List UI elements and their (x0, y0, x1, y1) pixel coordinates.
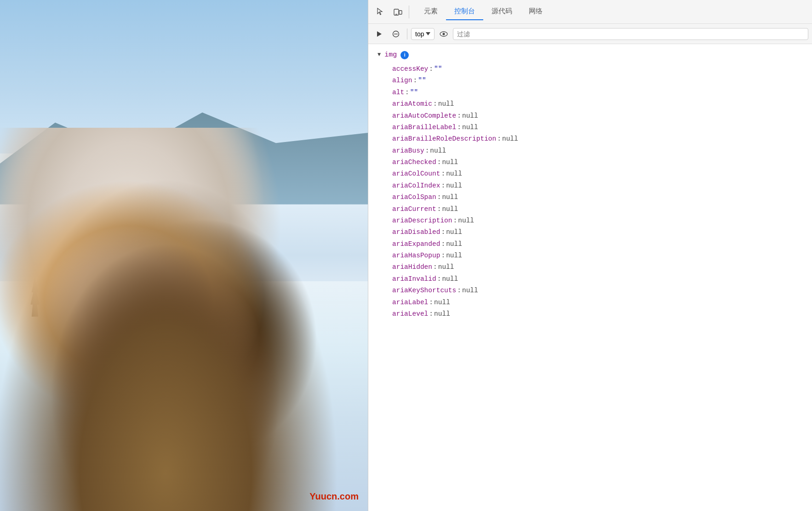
svg-marker-3 (377, 31, 382, 37)
prop-row: ariaChecked: null (392, 157, 803, 168)
prop-value: null (446, 168, 462, 180)
prop-row: ariaAutoComplete: null (392, 110, 803, 122)
prop-value: null (430, 145, 446, 157)
prop-row: ariaColCount: null (392, 168, 803, 180)
figure-overlay (0, 128, 368, 511)
prop-row: ariaHidden: null (392, 261, 803, 273)
prop-key: ariaBusy (392, 145, 424, 157)
prop-key: ariaBrailleRoleDescription (392, 133, 496, 145)
devtools-top-toolbar: 元素 控制台 源代码 网络 (368, 0, 812, 24)
prop-value: null (446, 180, 462, 192)
device-toolbar-icon-btn[interactable] (389, 4, 406, 20)
console-output: ▼ img i accessKey: ""align: ""alt: ""ari… (368, 44, 812, 511)
prop-row: ariaInvalid: null (392, 273, 803, 285)
tab-sources[interactable]: 源代码 (483, 3, 520, 20)
svg-rect-1 (399, 11, 402, 14)
prop-key: ariaLabel (392, 297, 428, 308)
prop-value: "" (410, 87, 418, 98)
prop-key: ariaDisabled (392, 227, 440, 238)
filter-input[interactable] (453, 28, 808, 40)
info-badge[interactable]: i (400, 51, 409, 59)
clear-console-icon-btn[interactable] (389, 27, 403, 41)
prop-value: null (438, 98, 454, 110)
cursor-icon-btn[interactable] (372, 4, 389, 20)
prop-colon: : (405, 87, 409, 98)
prop-key: ariaColIndex (392, 180, 440, 192)
prop-row: ariaHasPopup: null (392, 250, 803, 261)
prop-colon: : (429, 308, 433, 320)
prop-value: null (442, 204, 458, 215)
prop-row: accessKey: "" (392, 63, 803, 75)
prop-value: "" (418, 75, 426, 86)
tab-network[interactable]: 网络 (520, 3, 551, 20)
prop-value: null (446, 227, 462, 238)
prop-row: ariaLabel: null (392, 297, 803, 308)
prop-row: ariaExpanded: null (392, 238, 803, 250)
prop-key: ariaInvalid (392, 273, 436, 285)
prop-row: ariaColSpan: null (392, 192, 803, 203)
expand-triangle-icon[interactable]: ▼ (377, 51, 381, 59)
prop-colon: : (429, 297, 433, 308)
prop-key: ariaChecked (392, 157, 436, 168)
prop-colon: : (457, 285, 461, 296)
prop-key: ariaHidden (392, 261, 432, 273)
prop-colon: : (441, 180, 445, 192)
prop-colon: : (453, 215, 457, 227)
prop-colon: : (433, 98, 437, 110)
prop-key: alt (392, 87, 404, 98)
prop-value: "" (434, 63, 442, 75)
prop-row: align: "" (392, 75, 803, 86)
context-label: top (415, 30, 424, 38)
prop-value: null (462, 110, 478, 122)
prop-value: null (442, 192, 458, 203)
photo-panel: Yuucn.com (0, 0, 368, 511)
properties-list: accessKey: ""align: ""alt: ""ariaAtomic:… (377, 63, 803, 320)
prop-value: null (442, 273, 458, 285)
prop-value: null (434, 297, 450, 308)
prop-value: null (442, 157, 458, 168)
toolbar-divider-1 (409, 6, 409, 18)
prop-value: null (434, 308, 450, 320)
img-tag-label: img (384, 50, 397, 61)
prop-row: ariaKeyShortcuts: null (392, 285, 803, 296)
prop-key: ariaExpanded (392, 238, 440, 250)
prop-row: ariaAtomic: null (392, 98, 803, 110)
prop-colon: : (429, 63, 433, 75)
prop-value: null (462, 285, 478, 296)
prop-key: align (392, 75, 412, 86)
prop-key: ariaDescription (392, 215, 452, 227)
prop-row: ariaCurrent: null (392, 204, 803, 215)
prop-row: ariaBrailleLabel: null (392, 122, 803, 133)
prop-value: null (446, 238, 462, 250)
prop-colon: : (441, 227, 445, 238)
prop-colon: : (413, 75, 417, 86)
prop-row: alt: "" (392, 87, 803, 98)
run-script-icon-btn[interactable] (372, 27, 387, 41)
context-selector[interactable]: top (411, 28, 435, 40)
prop-colon: : (441, 250, 445, 261)
prop-colon: : (437, 192, 441, 203)
prop-colon: : (497, 133, 501, 145)
prop-colon: : (433, 261, 437, 273)
prop-value: null (502, 133, 518, 145)
prop-row: ariaDisabled: null (392, 227, 803, 238)
prop-key: accessKey (392, 63, 428, 75)
photo-background (0, 0, 368, 511)
prop-key: ariaCurrent (392, 204, 436, 215)
svg-marker-6 (426, 32, 430, 35)
prop-colon: : (437, 157, 441, 168)
prop-colon: : (441, 168, 445, 180)
prop-row: ariaLevel: null (392, 308, 803, 320)
tab-console[interactable]: 控制台 (446, 3, 483, 20)
tab-elements[interactable]: 元素 (416, 3, 446, 20)
prop-colon: : (441, 238, 445, 250)
prop-key: ariaHasPopup (392, 250, 440, 261)
prop-key: ariaAutoComplete (392, 110, 456, 122)
prop-value: null (462, 122, 478, 133)
eye-icon-btn[interactable] (436, 27, 451, 41)
prop-colon: : (437, 273, 441, 285)
prop-key: ariaColSpan (392, 192, 436, 203)
devtools-tabs: 元素 控制台 源代码 网络 (416, 3, 808, 20)
prop-row: ariaDescription: null (392, 215, 803, 227)
secondary-divider-1 (407, 28, 407, 40)
